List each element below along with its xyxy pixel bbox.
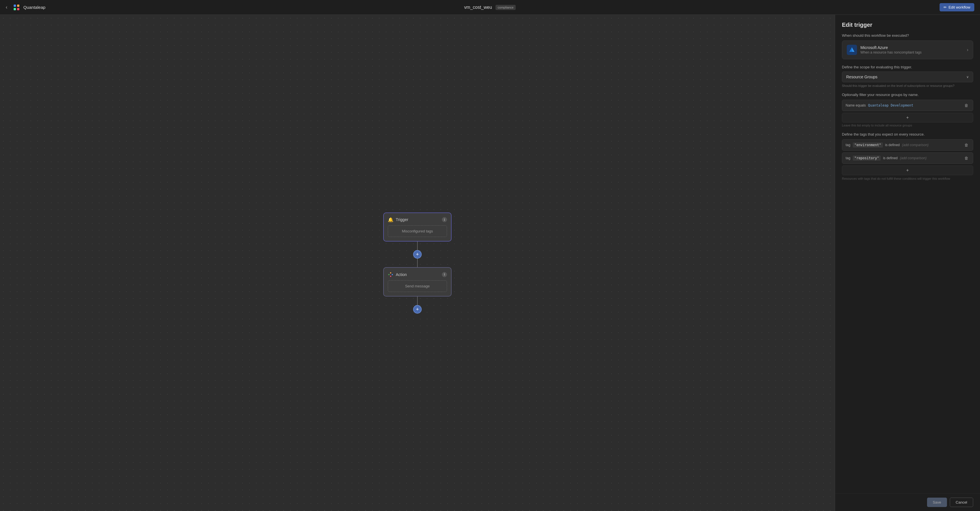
trigger-node-body: Misconfigured tags xyxy=(388,225,447,237)
add-filter-button[interactable]: + xyxy=(842,113,973,123)
filter-label: Optionally filter your resource groups b… xyxy=(842,92,973,97)
trigger-chevron-icon: › xyxy=(967,47,968,53)
workflow-canvas: 🔔 Trigger ℹ Misconfigured tags + xyxy=(0,15,835,511)
panel-title: Edit trigger xyxy=(842,22,973,28)
svg-rect-3 xyxy=(17,8,19,10)
edit-workflow-button[interactable]: ✏ Edit workflow xyxy=(940,3,974,11)
scope-dropdown-arrow-icon: ∨ xyxy=(966,75,969,79)
tags-label: Define the tags that you expect on every… xyxy=(842,132,973,137)
add-tag-plus-icon: + xyxy=(906,168,909,173)
add-tag-button[interactable]: + xyxy=(842,166,973,175)
filter-tag-label: Name equals xyxy=(846,103,866,107)
right-panel: Edit trigger When should this workflow b… xyxy=(835,15,980,511)
trigger-node-title: Trigger xyxy=(396,217,408,222)
svg-rect-1 xyxy=(17,5,19,7)
tag-row-1-left: tag "repository" is defined (add compari… xyxy=(846,156,926,161)
connector-bottom: + xyxy=(413,296,422,314)
topbar: ‹ Quantaleap vm_cost_weu compliance ✏ Ed… xyxy=(0,0,980,15)
trigger-node[interactable]: 🔔 Trigger ℹ Misconfigured tags xyxy=(383,212,452,242)
filter-row-0: Name equals Quantaleap Development 🗑 xyxy=(842,100,973,111)
connector-top: + xyxy=(413,242,422,267)
tags-section: Define the tags that you expect on every… xyxy=(842,132,973,180)
scope-dropdown[interactable]: Resource Groups ∨ xyxy=(842,72,973,82)
topbar-left: ‹ Quantaleap xyxy=(6,3,46,11)
tag-key-1: "repository" xyxy=(853,156,881,161)
bell-icon: 🔔 xyxy=(388,217,393,223)
tag-row-0-left: tag "environment" is defined (add compar… xyxy=(846,142,929,148)
action-node-header: Action ℹ xyxy=(388,272,447,277)
trigger-option-text: Microsoft Azure When a resource has nonc… xyxy=(861,45,922,54)
trigger-node-header: 🔔 Trigger ℹ xyxy=(388,217,447,223)
svg-rect-4 xyxy=(388,274,390,275)
filter-hint: Leave this list empty to include all res… xyxy=(842,124,973,127)
panel-content: Edit trigger When should this workflow b… xyxy=(835,15,980,493)
tag-delete-button-0[interactable]: 🗑 xyxy=(963,142,969,148)
when-label: When should this workflow be executed? xyxy=(842,33,973,38)
tag-key-0: "environment" xyxy=(853,142,883,148)
save-button[interactable]: Save xyxy=(927,498,947,507)
filter-section: Optionally filter your resource groups b… xyxy=(842,92,973,127)
trigger-provider: Microsoft Azure xyxy=(861,45,922,50)
add-filter-plus-icon: + xyxy=(906,115,909,120)
tags-hint: Resources with tags that do not fulfill … xyxy=(842,177,973,180)
filter-row-0-left: Name equals Quantaleap Development xyxy=(846,103,913,107)
tag-row-0: tag "environment" is defined (add compar… xyxy=(842,139,973,151)
tag-comparison-0[interactable]: (add comparison) xyxy=(902,143,929,147)
topbar-center: vm_cost_weu compliance xyxy=(464,5,515,10)
brand-name: Quantaleap xyxy=(23,5,46,10)
tag-is-defined-0: is defined xyxy=(885,143,900,147)
action-node-title: Action xyxy=(396,272,407,277)
tag-comparison-1[interactable]: (add comparison) xyxy=(900,156,926,160)
connector-line-top xyxy=(417,242,418,250)
filter-value-0: Quantaleap Development xyxy=(868,103,913,107)
tag-delete-button-1[interactable]: 🗑 xyxy=(963,155,969,161)
scope-hint: Should this trigger be evaluated on the … xyxy=(842,84,973,88)
edit-icon: ✏ xyxy=(943,5,947,10)
action-node-header-left: Action xyxy=(388,272,407,277)
scope-section: Define the scope for evaluating this tri… xyxy=(842,65,973,88)
tag-prefix-1: tag xyxy=(846,156,850,160)
tag-row-1: tag "repository" is defined (add compari… xyxy=(842,153,973,164)
action-node[interactable]: Action ℹ Send message xyxy=(383,267,452,296)
compliance-badge: compliance xyxy=(495,5,516,10)
filter-delete-button-0[interactable]: 🗑 xyxy=(963,102,969,108)
connector-line-mid xyxy=(417,259,418,267)
action-node-body: Send message xyxy=(388,280,447,292)
panel-footer: Save Cancel xyxy=(835,493,980,511)
slack-icon xyxy=(388,272,393,277)
workflow-nodes: 🔔 Trigger ℹ Misconfigured tags + xyxy=(383,212,452,314)
back-button[interactable]: ‹ xyxy=(6,4,7,10)
main: 🔔 Trigger ℹ Misconfigured tags + xyxy=(0,15,980,511)
logo-icon xyxy=(13,3,21,11)
tag-prefix-0: tag xyxy=(846,143,850,147)
trigger-description: When a resource has noncompliant tags xyxy=(861,51,922,54)
azure-icon xyxy=(847,45,857,55)
cancel-button[interactable]: Cancel xyxy=(950,498,973,507)
scope-label: Define the scope for evaluating this tri… xyxy=(842,65,973,69)
workflow-title: vm_cost_weu xyxy=(464,5,492,10)
trigger-info-icon[interactable]: ℹ xyxy=(442,217,447,222)
svg-rect-0 xyxy=(14,5,16,7)
scope-dropdown-value: Resource Groups xyxy=(846,75,878,79)
action-info-icon[interactable]: ℹ xyxy=(442,272,447,277)
svg-rect-5 xyxy=(390,272,391,274)
add-node-button-bottom[interactable]: + xyxy=(413,305,422,314)
svg-rect-2 xyxy=(14,8,16,10)
trigger-option-card[interactable]: Microsoft Azure When a resource has nonc… xyxy=(842,40,973,59)
topbar-right: ✏ Edit workflow xyxy=(940,3,974,11)
connector-line-bottom xyxy=(417,296,418,305)
svg-rect-7 xyxy=(390,276,391,277)
add-node-button-top[interactable]: + xyxy=(413,250,422,259)
trigger-option-left: Microsoft Azure When a resource has nonc… xyxy=(847,45,922,55)
trigger-node-header-left: 🔔 Trigger xyxy=(388,217,408,223)
svg-rect-6 xyxy=(392,274,393,275)
tag-is-defined-1: is defined xyxy=(883,156,897,160)
